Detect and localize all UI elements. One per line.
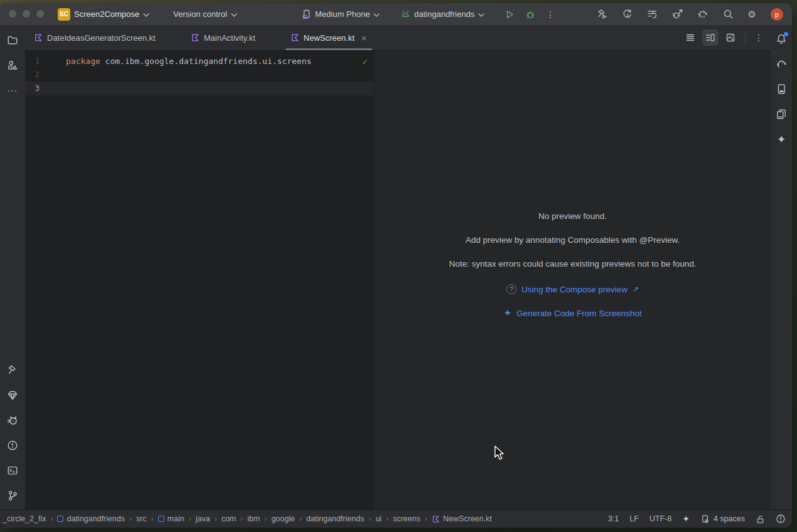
breadcrumb-separator: › <box>368 514 371 523</box>
unlocked-icon[interactable] <box>756 514 765 524</box>
indent-settings-icon <box>700 514 710 524</box>
zoom-window-button[interactable] <box>36 10 44 18</box>
project-name: Screen2Compose <box>74 9 139 19</box>
chevron-down-icon <box>143 13 149 17</box>
kotlin-file-icon <box>191 33 200 42</box>
notification-badge <box>784 32 788 36</box>
run-actions: ⋮ <box>505 3 555 25</box>
chevron-down-icon <box>373 13 380 17</box>
breadcrumb-item[interactable]: ibm <box>247 514 260 523</box>
right-tool-window-bar: ✦ <box>771 25 792 509</box>
code-view-button[interactable] <box>682 29 698 46</box>
breadcrumb: _circle_2_fix › datingandfriends › src ›… <box>3 514 492 523</box>
minimize-window-button[interactable] <box>23 10 30 18</box>
module-icon <box>57 516 63 522</box>
gemini-tool-button[interactable]: ✦ <box>773 130 790 148</box>
breadcrumb-item[interactable]: main <box>158 514 185 523</box>
kotlin-file-icon <box>432 515 440 523</box>
chevron-down-icon <box>231 13 237 17</box>
tabbar-spacer <box>376 25 682 50</box>
breadcrumb-separator: › <box>129 514 132 523</box>
editor-line[interactable]: 2 <box>25 68 374 82</box>
line-number: 3 <box>25 84 66 93</box>
notifications-tool-button[interactable] <box>773 30 790 48</box>
tab-label: DateIdeasGeneratorScreen.kt <box>47 33 156 43</box>
breadcrumb-item[interactable]: datingandfriends <box>306 514 364 523</box>
tab-newscreen[interactable]: NewScreen.kt × <box>282 25 376 50</box>
status-widgets: 3:1 LF UTF-8 ✦ 4 spaces <box>608 514 786 524</box>
version-control-tool-button[interactable] <box>4 487 21 504</box>
apply-changes-icon[interactable]: A <box>622 9 633 19</box>
user-avatar[interactable]: p <box>771 8 783 21</box>
tab-mainactivity[interactable]: MainActivity.kt <box>182 25 264 50</box>
run-button[interactable] <box>505 9 515 19</box>
logcat-tool-button[interactable] <box>4 412 21 429</box>
toolbar-separator <box>745 32 746 43</box>
close-window-button[interactable] <box>9 10 16 18</box>
tab-dateideasgeneratorscreen[interactable]: DateIdeasGeneratorScreen.kt <box>25 25 164 50</box>
running-devices-tool-button[interactable] <box>773 105 790 123</box>
gradle-tool-button[interactable] <box>773 55 790 73</box>
inspections-ok-icon[interactable]: ✓ <box>363 56 368 66</box>
kotlin-file-icon <box>34 33 43 42</box>
breadcrumb-separator: › <box>151 514 154 523</box>
settings-gear-icon[interactable]: ⚙ <box>748 9 756 19</box>
design-view-button[interactable] <box>722 29 739 46</box>
generate-code-from-screenshot-link[interactable]: Generate Code From Screenshot <box>516 309 642 318</box>
line-separator-widget[interactable]: LF <box>629 514 639 523</box>
main-toolbar: SC Screen2Compose Version control Medium… <box>0 3 792 25</box>
more-run-actions-button[interactable]: ⋮ <box>546 9 555 19</box>
breadcrumb-item[interactable]: java <box>196 514 210 523</box>
recent-changes-icon[interactable] <box>647 9 658 19</box>
breadcrumb-item[interactable]: datingandfriends <box>57 514 124 523</box>
tab-label: NewScreen.kt <box>304 33 355 43</box>
split-view-button[interactable] <box>702 29 719 46</box>
add-preview-hint: Add preview by annotating Composables wi… <box>466 235 680 248</box>
resource-manager-tool-button[interactable] <box>4 56 21 74</box>
ide-info-icon[interactable] <box>776 514 786 524</box>
breadcrumb-separator: › <box>386 514 388 523</box>
attach-debugger-icon[interactable] <box>672 9 683 19</box>
more-dots-icon: ··· <box>8 85 18 95</box>
code-editor[interactable]: 1 package com.ibm.google.datingandfriend… <box>25 51 374 509</box>
build-icon[interactable] <box>597 9 607 19</box>
ai-sparkle-icon[interactable]: ✦ <box>682 514 690 524</box>
run-configuration-selector[interactable]: datingandfriends <box>400 3 484 25</box>
search-icon[interactable] <box>723 9 734 19</box>
breadcrumb-item[interactable]: google <box>271 514 295 523</box>
android-icon <box>400 9 410 19</box>
caret-position-widget[interactable]: 3:1 <box>608 514 619 523</box>
terminal-tool-button[interactable] <box>4 462 21 479</box>
code-text: com.ibm.google.datingandfriends.ui.scree… <box>100 56 312 66</box>
device-selector[interactable]: Medium Phone <box>301 3 380 25</box>
editor-tab-bar: DateIdeasGeneratorScreen.kt MainActivity… <box>25 25 771 51</box>
problems-tool-button[interactable] <box>4 437 21 454</box>
device-manager-tool-button[interactable] <box>773 80 790 98</box>
indent-widget[interactable]: 4 spaces <box>700 514 745 524</box>
project-widget[interactable]: SC Screen2Compose <box>58 3 149 25</box>
gradle-sync-icon[interactable] <box>697 9 709 19</box>
app-quality-insights-tool-button[interactable] <box>4 386 21 404</box>
debug-button[interactable] <box>525 9 535 19</box>
breadcrumb-item[interactable]: ui <box>375 514 382 523</box>
editor-line-current[interactable]: 3 <box>25 82 374 95</box>
breadcrumb-item[interactable]: _circle_2_fix <box>3 514 46 523</box>
encoding-widget[interactable]: UTF-8 <box>650 514 671 523</box>
vcs-label: Version control <box>173 9 227 19</box>
build-tool-button[interactable] <box>4 361 21 379</box>
close-tab-icon[interactable]: × <box>361 33 367 43</box>
module-icon <box>158 516 164 522</box>
compose-preview-docs-link[interactable]: Using the Compose preview <box>522 285 628 294</box>
indent-label: 4 spaces <box>714 514 745 523</box>
breadcrumb-item[interactable]: screens <box>393 514 420 523</box>
more-tool-windows-button[interactable]: ··· <box>4 82 21 99</box>
vcs-widget[interactable]: Version control <box>173 3 237 25</box>
breadcrumb-item[interactable]: src <box>136 514 147 523</box>
line-number: 1 <box>25 56 66 65</box>
project-tool-button[interactable] <box>4 31 21 49</box>
breadcrumb-item[interactable]: com <box>222 514 237 523</box>
editor-options-button[interactable]: ⋮ <box>752 33 766 43</box>
breadcrumb-separator: › <box>189 514 191 523</box>
editor-line[interactable]: 1 package com.ibm.google.datingandfriend… <box>25 54 374 68</box>
breadcrumb-item[interactable]: NewScreen.kt <box>432 514 492 523</box>
